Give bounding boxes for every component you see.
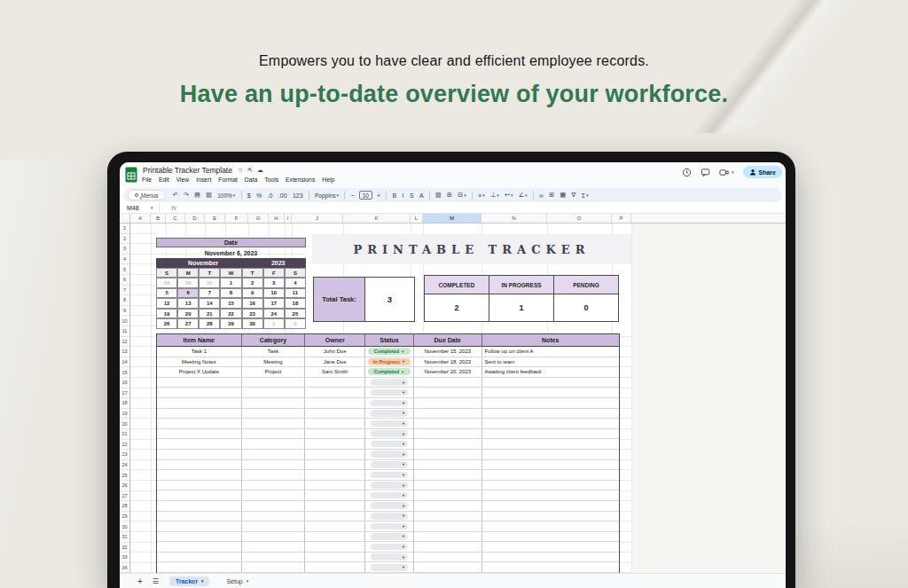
due-date-cell[interactable] <box>414 532 482 542</box>
text-color-icon[interactable]: A <box>417 192 427 199</box>
due-date-cell[interactable]: November 15, 2023 <box>414 347 482 357</box>
calendar-day[interactable]: 29 <box>156 278 177 288</box>
column-header-C[interactable]: C <box>166 214 185 223</box>
merge-cells-icon[interactable]: ⊟▾ <box>455 192 469 199</box>
calendar-day[interactable]: 2 <box>285 318 306 329</box>
calendar-day[interactable]: 14 <box>199 298 220 309</box>
due-date-cell[interactable] <box>414 521 482 531</box>
due-date-cell[interactable] <box>414 553 482 562</box>
calendar-day[interactable]: 3 <box>263 278 285 288</box>
owner-cell[interactable] <box>305 398 365 408</box>
notes-cell[interactable] <box>482 470 619 480</box>
row-header-19[interactable]: 19 <box>120 409 129 419</box>
row-header-34[interactable]: 34 <box>120 563 129 573</box>
menu-file[interactable]: File <box>142 176 152 183</box>
category-cell[interactable] <box>242 470 306 480</box>
status-dropdown[interactable]: ▼ <box>371 544 408 551</box>
summary-value-in-progress[interactable]: 1 <box>489 294 554 321</box>
row-header-5[interactable]: 5 <box>120 264 129 275</box>
due-date-cell[interactable] <box>414 490 482 500</box>
borders-icon[interactable]: ⊞ <box>444 192 455 199</box>
category-cell[interactable] <box>242 429 306 439</box>
notes-cell[interactable] <box>482 419 619 428</box>
owner-cell[interactable] <box>305 460 365 470</box>
column-header-L[interactable]: L <box>411 214 423 223</box>
status-dropdown[interactable]: ▼ <box>371 451 408 458</box>
status-cell[interactable]: ▼ <box>365 439 414 449</box>
calendar-day[interactable]: 12 <box>156 298 177 309</box>
column-header-O[interactable]: O <box>547 214 612 223</box>
column-header-M[interactable]: M <box>423 214 481 223</box>
row-header-30[interactable]: 30 <box>120 521 129 532</box>
row-header-11[interactable]: 11 <box>120 326 129 337</box>
status-cell[interactable]: ▼ <box>365 419 414 428</box>
category-cell[interactable] <box>242 481 306 490</box>
horizontal-align-icon[interactable]: ≡▾ <box>475 192 488 199</box>
owner-cell[interactable] <box>305 481 365 490</box>
status-cell[interactable]: ▼ <box>365 490 414 500</box>
category-cell[interactable] <box>242 501 306 511</box>
due-date-cell[interactable] <box>414 460 482 470</box>
notes-cell[interactable] <box>482 378 619 388</box>
category-cell[interactable] <box>242 378 306 388</box>
text-wrap-icon[interactable]: ↩▾ <box>502 192 516 199</box>
status-cell[interactable]: ▼ <box>365 409 414 419</box>
status-cell[interactable]: ▼ <box>365 429 414 439</box>
status-cell[interactable]: In Progress▼ <box>365 357 414 367</box>
notes-cell[interactable] <box>482 521 619 531</box>
owner-cell[interactable] <box>305 378 365 388</box>
calendar-day[interactable]: 1 <box>220 278 241 288</box>
column-header-B[interactable]: B <box>151 214 166 223</box>
summary-header-pending[interactable]: PENDING <box>554 276 618 294</box>
document-title[interactable]: Printable Tracker Template <box>143 166 232 175</box>
notes-cell[interactable] <box>482 512 619 521</box>
calendar-date-header[interactable]: Date <box>156 238 306 247</box>
item-name-cell[interactable] <box>157 419 242 428</box>
status-dropdown[interactable]: ▼ <box>371 523 408 530</box>
status-dropdown[interactable]: ▼ <box>371 553 408 561</box>
column-header-P[interactable]: P <box>612 214 631 223</box>
format-percent-icon[interactable]: % <box>254 192 265 199</box>
menu-insert[interactable]: Insert <box>196 176 211 183</box>
column-header-J[interactable]: J <box>292 214 343 223</box>
row-header-9[interactable]: 9 <box>120 306 129 317</box>
status-cell[interactable]: ▼ <box>365 378 414 388</box>
functions-icon[interactable]: Σ▾ <box>578 192 591 199</box>
notes-cell[interactable] <box>482 532 619 542</box>
row-header-17[interactable]: 17 <box>120 388 129 399</box>
status-cell[interactable]: ▼ <box>365 562 414 572</box>
due-date-cell[interactable] <box>414 409 482 419</box>
category-cell[interactable] <box>242 542 306 552</box>
status-cell[interactable]: ▼ <box>365 470 414 480</box>
decrease-font-size-icon[interactable]: − <box>348 192 356 199</box>
star-icon[interactable]: ☆ <box>238 167 243 174</box>
redo-icon[interactable]: ↷ <box>181 192 192 199</box>
due-date-cell[interactable] <box>414 429 482 439</box>
calendar-day[interactable]: 25 <box>285 309 306 319</box>
category-cell[interactable] <box>242 562 306 572</box>
item-name-cell[interactable] <box>157 439 242 449</box>
row-header-8[interactable]: 8 <box>120 295 129 306</box>
status-dropdown[interactable]: In Progress▼ <box>368 358 411 365</box>
category-cell[interactable] <box>242 409 306 419</box>
summary-header-completed[interactable]: COMPLETED <box>425 276 489 294</box>
owner-cell[interactable] <box>305 542 365 552</box>
table-header-item-name[interactable]: Item Name <box>157 334 242 346</box>
select-all-corner[interactable] <box>120 214 130 223</box>
tracker-banner[interactable]: PRINTABLE TRACKER <box>312 234 631 264</box>
status-cell[interactable]: ▼ <box>365 481 414 490</box>
item-name-cell[interactable] <box>157 542 242 552</box>
calendar-day[interactable]: 11 <box>285 288 306 299</box>
due-date-cell[interactable]: November 18, 2023 <box>414 357 482 367</box>
status-dropdown[interactable]: ▼ <box>371 513 408 520</box>
category-cell[interactable] <box>242 460 306 470</box>
zoom-select[interactable]: 100%▾ <box>215 192 239 199</box>
category-cell[interactable] <box>242 419 306 428</box>
decrease-decimals-icon[interactable]: .0 <box>264 192 275 199</box>
row-header-7[interactable]: 7 <box>120 286 129 296</box>
total-task-label[interactable]: Total Task: <box>314 278 365 321</box>
meet-call-control[interactable]: ▾ <box>719 168 734 177</box>
item-name-cell[interactable]: Project X Update <box>157 367 242 377</box>
calendar-day[interactable]: 13 <box>177 298 199 309</box>
notes-cell[interactable] <box>482 490 619 500</box>
